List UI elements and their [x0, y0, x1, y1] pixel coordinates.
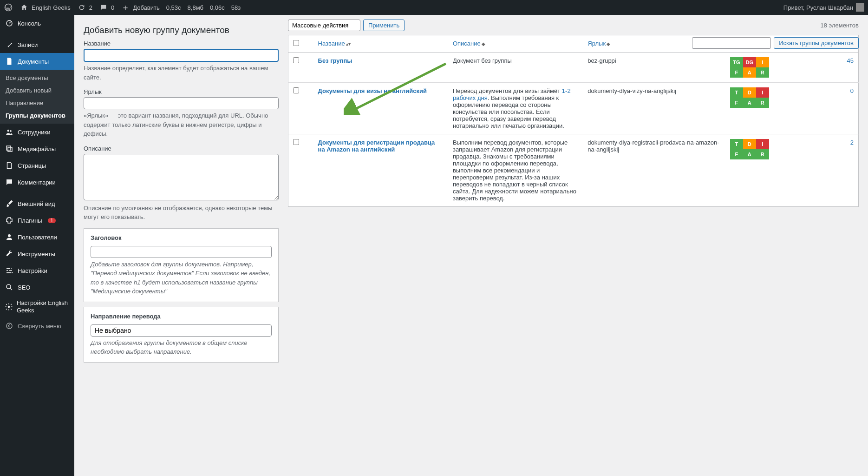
item-count: 18 элементов: [820, 22, 859, 29]
seo-badge: F: [730, 98, 743, 108]
sidebar-item-comments[interactable]: Комментарии: [0, 174, 74, 191]
name-help: Название определяет, как элемент будет о…: [84, 64, 279, 82]
name-input[interactable]: [84, 49, 279, 62]
table-row: Документы для визы на английскийПеревод …: [288, 83, 859, 134]
sidebar-item-plugins[interactable]: Плагины1: [0, 212, 74, 229]
search-button[interactable]: Искать группы документов: [774, 37, 859, 49]
greeting[interactable]: Привет, Руслан Шкарбан: [783, 3, 864, 12]
seo-badge: D: [743, 87, 756, 98]
plus-icon: ＋: [121, 3, 130, 12]
bulk-actions-select[interactable]: Массовые действия: [288, 20, 360, 31]
updates-link[interactable]: 2: [77, 3, 92, 12]
direction-help: Для отображения группы документов в обще…: [91, 338, 272, 357]
select-all-checkbox[interactable]: [293, 40, 299, 46]
sort-icon: ◆: [607, 41, 610, 46]
submenu-all-docs[interactable]: Все документы: [0, 72, 74, 84]
add-new-link[interactable]: ＋Добавить: [121, 3, 159, 12]
row-name-link[interactable]: Без группы: [318, 57, 352, 64]
row-slug: bez-gruppi: [583, 53, 725, 83]
row-checkbox[interactable]: [293, 87, 299, 93]
slug-input[interactable]: [84, 97, 279, 109]
seo-badge: I: [756, 57, 769, 67]
site-name: English Geeks: [32, 4, 71, 11]
sidebar-item-media[interactable]: Медиафайлы: [0, 140, 74, 157]
collapse-icon: [5, 321, 14, 331]
submenu-add-doc[interactable]: Добавить новый: [0, 84, 74, 97]
table-row: Без группыДокумент без группыbez-gruppiT…: [288, 53, 859, 83]
search-box: Искать группы документов: [692, 37, 859, 49]
seo-badge: TG: [730, 57, 743, 67]
sidebar-item-documents[interactable]: Документы: [0, 53, 74, 70]
form-heading: Добавить новую группу документов: [84, 25, 279, 35]
direction-select[interactable]: Не выбрано: [91, 324, 272, 337]
name-label: Название: [84, 40, 279, 47]
submenu-doc-groups[interactable]: Группы документов: [0, 109, 74, 122]
row-slug: dokumenty-dlya-vizy-na-anglijskij: [583, 83, 725, 134]
seo-badges: TGDGIFAR: [730, 57, 769, 78]
media-icon: [5, 144, 14, 153]
slug-help: «Ярлык» — это вариант названия, подходящ…: [84, 111, 279, 139]
slug-label: Ярлык: [84, 88, 279, 95]
document-icon: [5, 57, 14, 66]
svg-point-7: [7, 323, 12, 329]
groups-table: Название▴▾ Описание◆ Ярлык◆ SEO Записи◆ …: [288, 35, 859, 207]
comment-icon: [5, 178, 14, 187]
refresh-icon: [77, 3, 86, 12]
site-link[interactable]: English Geeks: [20, 3, 71, 12]
sidebar-item-pages[interactable]: Страницы: [0, 157, 74, 174]
svg-point-4: [8, 234, 11, 237]
desc-help: Описание по умолчанию не отображается, о…: [84, 204, 279, 222]
sliders-icon: [5, 266, 14, 275]
perf-1: 0,53с: [166, 4, 181, 11]
seo-badges: TDIFAR: [730, 87, 769, 108]
seo-badge: A: [743, 67, 756, 78]
apply-button[interactable]: Применить: [363, 20, 405, 31]
row-posts-link[interactable]: 2: [850, 139, 854, 146]
title-input[interactable]: [91, 246, 272, 258]
submenu-direction[interactable]: Направление: [0, 97, 74, 109]
direction-label: Направление перевода: [91, 313, 272, 320]
table-row: Документы для регистрации продавца на Am…: [288, 134, 859, 207]
row-checkbox[interactable]: [293, 57, 299, 63]
seo-badge: T: [730, 87, 743, 98]
col-name[interactable]: Название▴▾: [313, 35, 448, 53]
desc-textarea[interactable]: [84, 154, 279, 200]
sidebar-item-eg-settings[interactable]: Настройки English Geeks: [0, 296, 74, 317]
plugin-icon: [5, 216, 14, 225]
sidebar-item-dashboard[interactable]: Консоль: [0, 15, 74, 32]
search-input[interactable]: [692, 37, 771, 49]
seo-badge: A: [743, 149, 756, 159]
row-name-link[interactable]: Документы для визы на английский: [318, 87, 427, 94]
wp-logo[interactable]: [4, 3, 13, 12]
row-checkbox[interactable]: [293, 139, 299, 145]
sidebar-item-appearance[interactable]: Внешний вид: [0, 195, 74, 212]
users-icon: [5, 127, 14, 137]
sidebar-item-employees[interactable]: Сотрудники: [0, 124, 74, 140]
row-name-link[interactable]: Документы для регистрации продавца на Am…: [318, 139, 435, 153]
comments-link[interactable]: 0: [99, 3, 114, 12]
col-desc[interactable]: Описание◆: [448, 35, 583, 53]
desc-label: Описание: [84, 145, 279, 152]
brush-icon: [5, 199, 14, 208]
comments-count: 0: [111, 4, 114, 11]
add-new-label: Добавить: [133, 4, 159, 11]
seo-badge: R: [756, 67, 769, 78]
seo-badge: I: [756, 139, 769, 149]
sort-icon: ▴▾: [346, 41, 351, 46]
sidebar-item-posts[interactable]: Записи: [0, 36, 74, 53]
sidebar-item-seo[interactable]: SEO: [0, 279, 74, 296]
sidebar-item-tools[interactable]: Инструменты: [0, 245, 74, 262]
seo-badge: I: [756, 87, 769, 98]
sidebar-collapse[interactable]: Свернуть меню: [0, 317, 74, 334]
plugin-update-badge: 1: [48, 218, 56, 223]
perf-3: 0,06с: [210, 4, 225, 11]
sidebar-item-settings[interactable]: Настройки: [0, 262, 74, 279]
sidebar-item-users[interactable]: Пользователи: [0, 229, 74, 245]
seo-badge: R: [756, 98, 769, 108]
row-posts-link[interactable]: 0: [850, 87, 854, 94]
seo-badge: F: [730, 67, 743, 78]
svg-point-3: [10, 130, 12, 132]
user-icon: [5, 232, 14, 242]
row-posts-link[interactable]: 45: [847, 57, 854, 64]
seo-badge: DG: [743, 57, 756, 67]
